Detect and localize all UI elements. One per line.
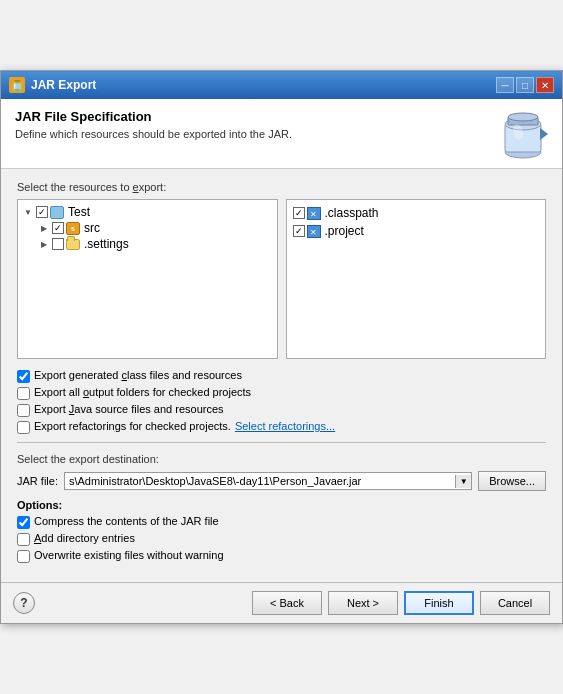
checkbox-classpath[interactable]: ✓	[293, 207, 305, 219]
checkbox-project[interactable]: ✓	[293, 225, 305, 237]
svg-marker-6	[540, 128, 548, 140]
options-label: Options:	[17, 499, 546, 511]
header-area: JAR File Specification Define which reso…	[1, 99, 562, 169]
jar-file-input-wrap: ▼	[64, 472, 472, 490]
compress-label: Compress the contents of the JAR file	[34, 515, 219, 527]
checkbox-src[interactable]: ✓	[52, 222, 64, 234]
tree-label-project: .project	[325, 224, 364, 238]
minimize-button[interactable]: ─	[496, 77, 514, 93]
export-dest-section: Select the export destination: JAR file:…	[17, 453, 546, 491]
export-output-folders-checkbox[interactable]	[17, 387, 30, 400]
tree-item-src[interactable]: ▶ ✓ s src	[22, 220, 273, 236]
add-directory-label: Add directory entries	[34, 532, 135, 544]
export-class-files-row: Export generated class files and resourc…	[17, 369, 546, 383]
export-java-source-row: Export Java source files and resources	[17, 403, 546, 417]
maximize-button[interactable]: □	[516, 77, 534, 93]
title-bar-controls: ─ □ ✕	[496, 77, 554, 93]
export-refactorings-row: Export refactorings for checked projects…	[17, 420, 546, 434]
tree-panels: ▼ ✓ Test ▶ ✓ s src ▶ .settings	[17, 199, 546, 359]
jar-export-window: 🫙 JAR Export ─ □ ✕ JAR File Specificatio…	[0, 70, 563, 624]
title-bar-left: 🫙 JAR Export	[9, 77, 96, 93]
help-button[interactable]: ?	[13, 592, 35, 614]
tree-item-test[interactable]: ▼ ✓ Test	[22, 204, 273, 220]
resources-label: Select the resources to export:	[17, 181, 546, 193]
export-options: Export generated class files and resourc…	[17, 369, 546, 434]
overwrite-row: Overwrite existing files without warning	[17, 549, 546, 563]
tree-label-test: Test	[68, 205, 90, 219]
overwrite-label: Overwrite existing files without warning	[34, 549, 224, 561]
add-directory-checkbox[interactable]	[17, 533, 30, 546]
dest-section-label: Select the export destination:	[17, 453, 546, 465]
jar-icon	[498, 104, 548, 162]
back-button[interactable]: < Back	[252, 591, 322, 615]
expand-src[interactable]: ▶	[38, 222, 50, 234]
file-icon-classpath: ✕	[307, 207, 321, 220]
export-output-folders-label: Export all output folders for checked pr…	[34, 386, 251, 398]
tree-item-settings[interactable]: ▶ .settings	[22, 236, 273, 252]
expand-test[interactable]: ▼	[22, 206, 34, 218]
tree-label-src: src	[84, 221, 100, 235]
page-description: Define which resources should be exporte…	[15, 128, 548, 140]
tree-label-settings: .settings	[84, 237, 129, 251]
jar-file-dropdown[interactable]: ▼	[455, 475, 471, 488]
src-icon: s	[66, 222, 80, 235]
folder-icon	[66, 239, 80, 250]
tree-item-project[interactable]: ✓ ✕ .project	[291, 222, 542, 240]
finish-button[interactable]: Finish	[404, 591, 474, 615]
file-icon-project: ✕	[307, 225, 321, 238]
export-java-source-checkbox[interactable]	[17, 404, 30, 417]
export-class-files-label: Export generated class files and resourc…	[34, 369, 242, 381]
right-tree-panel[interactable]: ✓ ✕ .classpath ✓ ✕ .project	[286, 199, 547, 359]
tree-item-classpath[interactable]: ✓ ✕ .classpath	[291, 204, 542, 222]
page-title: JAR File Specification	[15, 109, 548, 124]
export-java-source-label: Export Java source files and resources	[34, 403, 224, 415]
bottom-bar: ? < Back Next > Finish Cancel	[1, 582, 562, 623]
next-button[interactable]: Next >	[328, 591, 398, 615]
title-bar: 🫙 JAR Export ─ □ ✕	[1, 71, 562, 99]
checkbox-test[interactable]: ✓	[36, 206, 48, 218]
compress-checkbox[interactable]	[17, 516, 30, 529]
nav-buttons: < Back Next > Finish Cancel	[252, 591, 550, 615]
export-refactorings-checkbox[interactable]	[17, 421, 30, 434]
window-title: JAR Export	[31, 78, 96, 92]
overwrite-checkbox[interactable]	[17, 550, 30, 563]
tree-label-classpath: .classpath	[325, 206, 379, 220]
checkbox-settings[interactable]	[52, 238, 64, 250]
cancel-button[interactable]: Cancel	[480, 591, 550, 615]
export-output-folders-row: Export all output folders for checked pr…	[17, 386, 546, 400]
jar-file-input[interactable]	[65, 473, 455, 489]
compress-row: Compress the contents of the JAR file	[17, 515, 546, 529]
export-refactorings-label: Export refactorings for checked projects…	[34, 420, 231, 432]
select-refactorings-link[interactable]: Select refactorings...	[235, 420, 335, 432]
divider-1	[17, 442, 546, 443]
jar-file-label: JAR file:	[17, 475, 58, 487]
jar-title-icon: 🫙	[9, 77, 25, 93]
left-tree-panel[interactable]: ▼ ✓ Test ▶ ✓ s src ▶ .settings	[17, 199, 278, 359]
export-class-files-checkbox[interactable]	[17, 370, 30, 383]
main-content: Select the resources to export: ▼ ✓ Test…	[1, 169, 562, 574]
expand-settings[interactable]: ▶	[38, 238, 50, 250]
options-section: Options: Compress the contents of the JA…	[17, 499, 546, 563]
dest-row: JAR file: ▼ Browse...	[17, 471, 546, 491]
svg-point-4	[508, 113, 538, 121]
close-button[interactable]: ✕	[536, 77, 554, 93]
project-icon	[50, 206, 64, 219]
add-directory-row: Add directory entries	[17, 532, 546, 546]
browse-button[interactable]: Browse...	[478, 471, 546, 491]
